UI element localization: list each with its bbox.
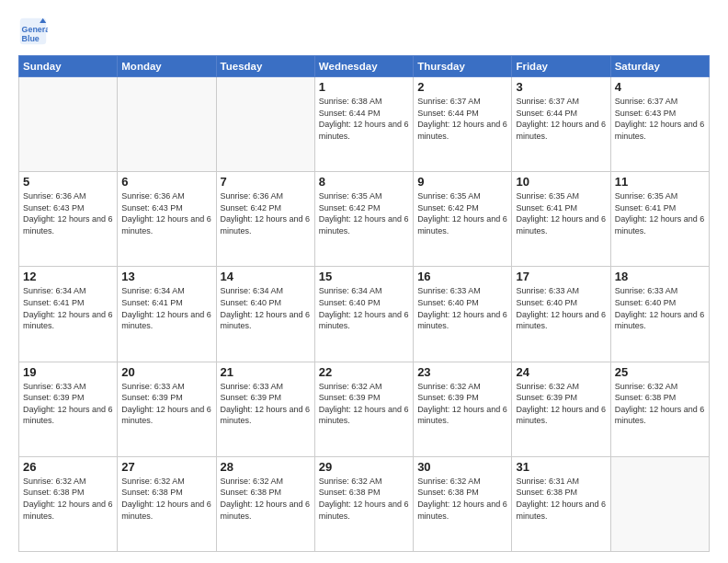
day-number: 15	[319, 270, 409, 283]
calendar-cell: 21Sunrise: 6:33 AMSunset: 6:39 PMDayligh…	[216, 362, 314, 456]
calendar-cell: 8Sunrise: 6:35 AMSunset: 6:42 PMDaylight…	[314, 172, 413, 267]
weekday-header: Saturday	[610, 56, 709, 77]
day-number: 30	[417, 460, 507, 474]
calendar-cell: 4Sunrise: 6:37 AMSunset: 6:43 PMDaylight…	[610, 77, 709, 172]
day-number: 18	[615, 270, 705, 283]
day-info: Sunrise: 6:32 AMSunset: 6:38 PMDaylight:…	[121, 476, 211, 522]
calendar-cell: 6Sunrise: 6:36 AMSunset: 6:43 PMDaylight…	[118, 172, 216, 267]
calendar-cell: 19Sunrise: 6:33 AMSunset: 6:39 PMDayligh…	[19, 362, 118, 456]
day-info: Sunrise: 6:34 AMSunset: 6:40 PMDaylight:…	[319, 285, 409, 331]
day-info: Sunrise: 6:33 AMSunset: 6:40 PMDaylight:…	[516, 285, 606, 331]
day-number: 11	[615, 175, 705, 189]
day-number: 19	[23, 365, 113, 379]
day-info: Sunrise: 6:34 AMSunset: 6:41 PMDaylight:…	[23, 285, 113, 331]
calendar-week-row: 5Sunrise: 6:36 AMSunset: 6:43 PMDaylight…	[19, 172, 710, 267]
day-info: Sunrise: 6:32 AMSunset: 6:39 PMDaylight:…	[319, 381, 409, 427]
calendar-cell: 11Sunrise: 6:35 AMSunset: 6:41 PMDayligh…	[610, 172, 709, 267]
day-info: Sunrise: 6:38 AMSunset: 6:44 PMDaylight:…	[319, 96, 409, 142]
calendar-cell	[216, 77, 314, 172]
logo: General Blue	[18, 17, 51, 46]
calendar-cell	[610, 456, 709, 551]
day-info: Sunrise: 6:33 AMSunset: 6:39 PMDaylight:…	[221, 381, 311, 427]
calendar-week-row: 1Sunrise: 6:38 AMSunset: 6:44 PMDaylight…	[19, 77, 710, 172]
day-number: 1	[319, 80, 409, 94]
day-number: 8	[319, 175, 409, 189]
day-number: 17	[516, 270, 606, 283]
day-number: 4	[615, 80, 705, 94]
calendar-cell: 28Sunrise: 6:32 AMSunset: 6:38 PMDayligh…	[216, 456, 314, 551]
day-info: Sunrise: 6:37 AMSunset: 6:44 PMDaylight:…	[417, 96, 507, 142]
day-number: 22	[319, 365, 409, 379]
calendar-cell: 10Sunrise: 6:35 AMSunset: 6:41 PMDayligh…	[512, 172, 610, 267]
calendar-cell	[19, 77, 118, 172]
day-info: Sunrise: 6:36 AMSunset: 6:42 PMDaylight:…	[221, 190, 311, 236]
calendar-cell: 23Sunrise: 6:32 AMSunset: 6:39 PMDayligh…	[414, 362, 512, 456]
calendar-cell: 13Sunrise: 6:34 AMSunset: 6:41 PMDayligh…	[118, 267, 216, 362]
weekday-header: Thursday	[414, 56, 512, 77]
calendar-week-row: 26Sunrise: 6:32 AMSunset: 6:38 PMDayligh…	[19, 456, 710, 551]
day-number: 9	[417, 175, 507, 189]
calendar-cell: 1Sunrise: 6:38 AMSunset: 6:44 PMDaylight…	[314, 77, 413, 172]
day-number: 21	[221, 365, 311, 379]
day-info: Sunrise: 6:32 AMSunset: 6:39 PMDaylight:…	[516, 381, 606, 427]
calendar-cell: 9Sunrise: 6:35 AMSunset: 6:42 PMDaylight…	[414, 172, 512, 267]
calendar-cell: 26Sunrise: 6:32 AMSunset: 6:38 PMDayligh…	[19, 456, 118, 551]
day-info: Sunrise: 6:35 AMSunset: 6:42 PMDaylight:…	[319, 190, 409, 236]
calendar-cell: 27Sunrise: 6:32 AMSunset: 6:38 PMDayligh…	[118, 456, 216, 551]
day-info: Sunrise: 6:37 AMSunset: 6:43 PMDaylight:…	[615, 96, 705, 142]
calendar-cell: 17Sunrise: 6:33 AMSunset: 6:40 PMDayligh…	[512, 267, 610, 362]
weekday-header: Monday	[118, 56, 216, 77]
day-number: 25	[615, 365, 705, 379]
day-number: 3	[516, 80, 606, 94]
day-number: 13	[121, 270, 211, 283]
calendar-cell: 2Sunrise: 6:37 AMSunset: 6:44 PMDaylight…	[414, 77, 512, 172]
calendar-week-row: 12Sunrise: 6:34 AMSunset: 6:41 PMDayligh…	[19, 267, 710, 362]
day-number: 26	[23, 460, 113, 474]
day-number: 2	[417, 80, 507, 94]
calendar-cell	[118, 77, 216, 172]
weekday-header: Tuesday	[216, 56, 314, 77]
day-info: Sunrise: 6:33 AMSunset: 6:39 PMDaylight:…	[23, 381, 113, 427]
day-info: Sunrise: 6:34 AMSunset: 6:41 PMDaylight:…	[121, 285, 211, 331]
calendar-cell: 18Sunrise: 6:33 AMSunset: 6:40 PMDayligh…	[610, 267, 709, 362]
day-info: Sunrise: 6:32 AMSunset: 6:39 PMDaylight:…	[417, 381, 507, 427]
day-info: Sunrise: 6:33 AMSunset: 6:39 PMDaylight:…	[121, 381, 211, 427]
day-info: Sunrise: 6:31 AMSunset: 6:38 PMDaylight:…	[516, 476, 606, 522]
day-number: 23	[417, 365, 507, 379]
day-number: 12	[23, 270, 113, 283]
header: General Blue	[18, 17, 710, 46]
day-number: 31	[516, 460, 606, 474]
day-number: 10	[516, 175, 606, 189]
calendar-cell: 3Sunrise: 6:37 AMSunset: 6:44 PMDaylight…	[512, 77, 610, 172]
day-info: Sunrise: 6:32 AMSunset: 6:38 PMDaylight:…	[417, 476, 507, 522]
calendar-cell: 20Sunrise: 6:33 AMSunset: 6:39 PMDayligh…	[118, 362, 216, 456]
day-info: Sunrise: 6:32 AMSunset: 6:38 PMDaylight:…	[23, 476, 113, 522]
calendar-header-row: SundayMondayTuesdayWednesdayThursdayFrid…	[19, 56, 710, 77]
day-number: 29	[319, 460, 409, 474]
calendar-cell: 24Sunrise: 6:32 AMSunset: 6:39 PMDayligh…	[512, 362, 610, 456]
day-number: 14	[221, 270, 311, 283]
day-info: Sunrise: 6:37 AMSunset: 6:44 PMDaylight:…	[516, 96, 606, 142]
calendar-cell: 22Sunrise: 6:32 AMSunset: 6:39 PMDayligh…	[314, 362, 413, 456]
day-info: Sunrise: 6:36 AMSunset: 6:43 PMDaylight:…	[121, 190, 211, 236]
svg-text:Blue: Blue	[22, 34, 40, 43]
day-number: 24	[516, 365, 606, 379]
calendar-week-row: 19Sunrise: 6:33 AMSunset: 6:39 PMDayligh…	[19, 362, 710, 456]
day-info: Sunrise: 6:35 AMSunset: 6:41 PMDaylight:…	[516, 190, 606, 236]
calendar-cell: 31Sunrise: 6:31 AMSunset: 6:38 PMDayligh…	[512, 456, 610, 551]
day-info: Sunrise: 6:32 AMSunset: 6:38 PMDaylight:…	[615, 381, 705, 427]
logo-icon: General Blue	[18, 17, 48, 46]
day-number: 20	[121, 365, 211, 379]
day-info: Sunrise: 6:35 AMSunset: 6:41 PMDaylight:…	[615, 190, 705, 236]
day-info: Sunrise: 6:32 AMSunset: 6:38 PMDaylight:…	[221, 476, 311, 522]
day-info: Sunrise: 6:36 AMSunset: 6:43 PMDaylight:…	[23, 190, 113, 236]
calendar-cell: 7Sunrise: 6:36 AMSunset: 6:42 PMDaylight…	[216, 172, 314, 267]
day-info: Sunrise: 6:35 AMSunset: 6:42 PMDaylight:…	[417, 190, 507, 236]
svg-text:General: General	[22, 25, 48, 34]
day-info: Sunrise: 6:33 AMSunset: 6:40 PMDaylight:…	[417, 285, 507, 331]
calendar-cell: 25Sunrise: 6:32 AMSunset: 6:38 PMDayligh…	[610, 362, 709, 456]
day-info: Sunrise: 6:32 AMSunset: 6:38 PMDaylight:…	[319, 476, 409, 522]
weekday-header: Wednesday	[314, 56, 413, 77]
page: General Blue SundayMondayTuesdayWednesda…	[0, 0, 728, 563]
day-info: Sunrise: 6:33 AMSunset: 6:40 PMDaylight:…	[615, 285, 705, 331]
